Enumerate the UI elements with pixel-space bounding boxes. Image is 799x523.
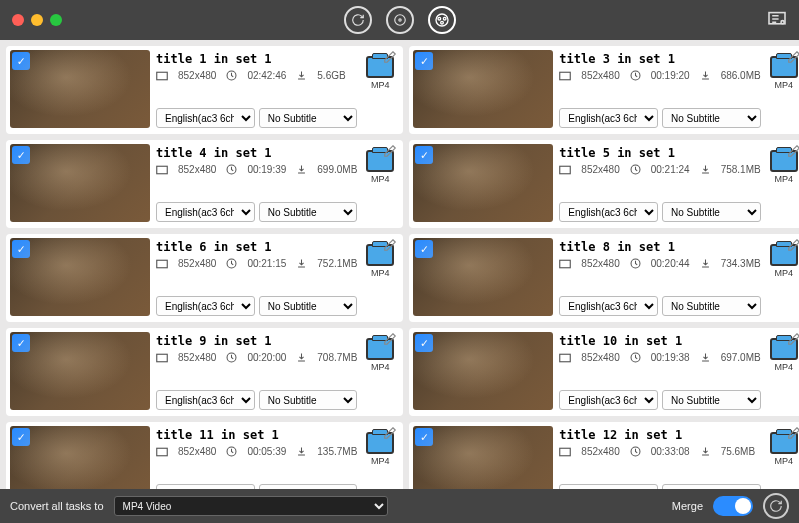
select-checkbox[interactable]: ✓ — [12, 240, 30, 258]
subtitle-select[interactable]: No Subtitle — [259, 390, 358, 410]
thumbnail[interactable]: ✓ — [413, 238, 553, 316]
resolution-icon — [559, 259, 571, 269]
task-title: title 1 in set 1 — [156, 52, 357, 66]
task-card: ✓ title 11 in set 1 852x480 00:05:39 135… — [6, 422, 403, 489]
select-checkbox[interactable]: ✓ — [415, 52, 433, 70]
download-icon — [700, 164, 711, 175]
duration-value: 00:20:44 — [651, 258, 690, 269]
svg-rect-22 — [560, 354, 571, 362]
task-title: title 11 in set 1 — [156, 428, 357, 442]
output-format-select[interactable]: MP4 Video — [114, 496, 388, 516]
edit-icon[interactable] — [383, 144, 397, 161]
edit-icon[interactable] — [383, 426, 397, 443]
edit-icon[interactable] — [787, 238, 799, 255]
format-badge-label: MP4 — [774, 174, 793, 184]
subtitle-select[interactable]: No Subtitle — [259, 484, 358, 489]
select-checkbox[interactable]: ✓ — [415, 240, 433, 258]
audio-track-select[interactable]: English(ac3 6ch) — [156, 296, 255, 316]
edit-icon[interactable] — [787, 144, 799, 161]
thumbnail[interactable]: ✓ — [10, 144, 150, 222]
task-card: ✓ title 6 in set 1 852x480 00:21:15 752.… — [6, 234, 403, 322]
size-value: 75.6MB — [721, 446, 755, 457]
svg-point-4 — [443, 17, 446, 20]
edit-icon[interactable] — [383, 332, 397, 349]
task-title: title 10 in set 1 — [559, 334, 760, 348]
audio-track-select[interactable]: English(ac3 6ch) — [156, 390, 255, 410]
thumbnail[interactable]: ✓ — [10, 426, 150, 489]
duration-value: 00:19:39 — [247, 164, 286, 175]
clock-icon — [630, 352, 641, 363]
start-convert-button[interactable] — [763, 493, 789, 519]
size-value: 5.6GB — [317, 70, 345, 81]
audio-track-select[interactable]: English(ac3 6ch) — [559, 202, 658, 222]
task-card: ✓ title 3 in set 1 852x480 00:19:20 686.… — [409, 46, 799, 134]
select-checkbox[interactable]: ✓ — [12, 334, 30, 352]
thumbnail[interactable]: ✓ — [413, 426, 553, 489]
clock-icon — [226, 258, 237, 269]
titlebar — [0, 0, 799, 40]
svg-rect-12 — [157, 166, 168, 174]
audio-track-select[interactable]: English(ac3 6ch) — [559, 390, 658, 410]
download-icon — [700, 70, 711, 81]
disc-tab[interactable] — [386, 6, 414, 34]
thumbnail[interactable]: ✓ — [413, 50, 553, 128]
select-checkbox[interactable]: ✓ — [415, 428, 433, 446]
select-checkbox[interactable]: ✓ — [415, 146, 433, 164]
duration-value: 02:42:46 — [247, 70, 286, 81]
select-checkbox[interactable]: ✓ — [415, 334, 433, 352]
video-tab[interactable] — [428, 6, 456, 34]
task-card: ✓ title 12 in set 1 852x480 00:33:08 75.… — [409, 422, 799, 489]
subtitle-select[interactable]: No Subtitle — [259, 296, 358, 316]
size-value: 699.0MB — [317, 164, 357, 175]
audio-track-select[interactable]: English(ac3 6ch) — [559, 108, 658, 128]
refresh-tab[interactable] — [344, 6, 372, 34]
minimize-window-button[interactable] — [31, 14, 43, 26]
zoom-window-button[interactable] — [50, 14, 62, 26]
subtitle-select[interactable]: No Subtitle — [259, 108, 358, 128]
task-card: ✓ title 5 in set 1 852x480 00:21:24 758.… — [409, 140, 799, 228]
duration-value: 00:21:24 — [651, 164, 690, 175]
size-value: 697.0MB — [721, 352, 761, 363]
task-card: ✓ title 1 in set 1 852x480 02:42:46 5.6G… — [6, 46, 403, 134]
subtitle-select[interactable]: No Subtitle — [662, 296, 761, 316]
edit-icon[interactable] — [787, 426, 799, 443]
subtitle-select[interactable]: No Subtitle — [662, 202, 761, 222]
audio-track-select[interactable]: English(ac3 6ch) — [156, 108, 255, 128]
format-badge-label: MP4 — [371, 456, 390, 466]
resolution-icon — [156, 259, 168, 269]
edit-icon[interactable] — [787, 50, 799, 67]
thumbnail[interactable]: ✓ — [10, 50, 150, 128]
duration-value: 00:05:39 — [247, 446, 286, 457]
thumbnail[interactable]: ✓ — [10, 332, 150, 410]
thumbnail[interactable]: ✓ — [10, 238, 150, 316]
download-icon — [700, 446, 711, 457]
svg-rect-20 — [157, 354, 168, 362]
audio-track-select[interactable]: English(ac3 2ch) — [559, 484, 658, 489]
subtitle-select[interactable]: No Subtitle — [662, 484, 761, 489]
edit-icon[interactable] — [383, 238, 397, 255]
task-title: title 8 in set 1 — [559, 240, 760, 254]
close-window-button[interactable] — [12, 14, 24, 26]
edit-icon[interactable] — [787, 332, 799, 349]
audio-track-select[interactable]: English(ac3 6ch) — [559, 296, 658, 316]
select-checkbox[interactable]: ✓ — [12, 52, 30, 70]
convert-all-label: Convert all tasks to — [10, 500, 104, 512]
resolution-icon — [559, 71, 571, 81]
subtitle-select[interactable]: No Subtitle — [259, 202, 358, 222]
svg-rect-10 — [560, 72, 571, 80]
subtitle-select[interactable]: No Subtitle — [662, 390, 761, 410]
subtitle-select[interactable]: No Subtitle — [662, 108, 761, 128]
thumbnail[interactable]: ✓ — [413, 332, 553, 410]
audio-track-select[interactable]: English(ac3 2ch) — [156, 484, 255, 489]
select-checkbox[interactable]: ✓ — [12, 146, 30, 164]
download-icon — [700, 352, 711, 363]
thumbnail[interactable]: ✓ — [413, 144, 553, 222]
edit-icon[interactable] — [383, 50, 397, 67]
merge-toggle[interactable] — [713, 496, 753, 516]
playlist-icon[interactable] — [767, 11, 787, 30]
resolution-value: 852x480 — [178, 70, 216, 81]
select-checkbox[interactable]: ✓ — [12, 428, 30, 446]
task-title: title 3 in set 1 — [559, 52, 760, 66]
format-badge-label: MP4 — [371, 80, 390, 90]
audio-track-select[interactable]: English(ac3 6ch) — [156, 202, 255, 222]
